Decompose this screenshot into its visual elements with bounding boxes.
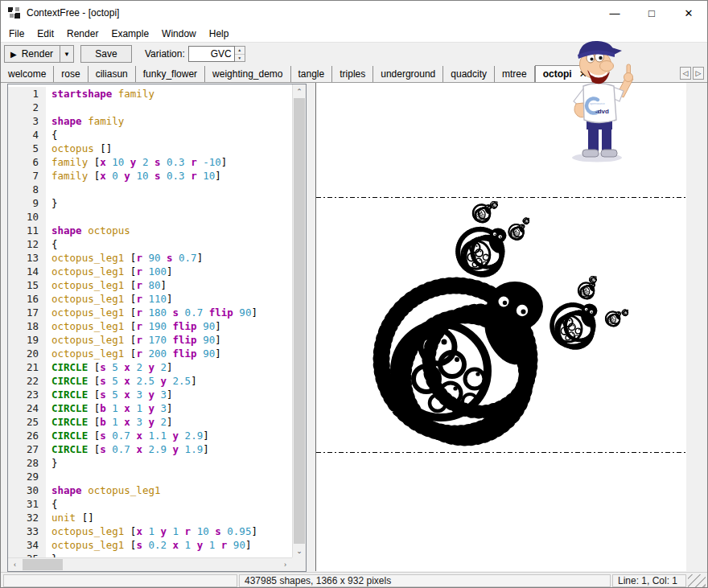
code-text: octopus_leg1 [r 180 s 0.7 flip 90] bbox=[46, 306, 257, 319]
scroll-left-icon[interactable]: ‹ bbox=[8, 558, 22, 571]
close-button[interactable]: ✕ bbox=[670, 1, 707, 25]
menu-item-render[interactable]: Render bbox=[60, 27, 105, 41]
spinner-up-icon[interactable]: ▲ bbox=[235, 47, 245, 55]
variation-label: Variation: bbox=[145, 48, 185, 60]
code-line[interactable]: 9} bbox=[8, 196, 292, 210]
code-line[interactable]: 26CIRCLE [s 0.7 x 1.1 y 2.9] bbox=[8, 429, 292, 442]
code-line[interactable]: 33octopus_leg1 [x 1 y 1 r 10 s 0.95] bbox=[8, 524, 292, 538]
code-line[interactable]: 22CIRCLE [s 5 x 2.5 y 2.5] bbox=[8, 374, 292, 388]
line-number: 27 bbox=[8, 442, 46, 456]
code-line[interactable]: 29 bbox=[8, 470, 292, 483]
window-title: ContextFree - [octopi] bbox=[27, 7, 119, 19]
code-line[interactable]: 1startshape family bbox=[8, 87, 292, 101]
line-number: 18 bbox=[8, 319, 46, 333]
tab-scroll-right-icon[interactable]: ▷ bbox=[693, 67, 704, 80]
resize-grip[interactable] bbox=[688, 574, 706, 587]
code-line[interactable]: 28} bbox=[8, 456, 292, 470]
code-text: CIRCLE [b 1 x 1 y 3] bbox=[46, 401, 173, 415]
code-line[interactable]: 15octopus_leg1 [r 80] bbox=[8, 278, 292, 292]
code-line[interactable]: 27CIRCLE [s 0.7 x 2.9 y 1.9] bbox=[8, 442, 292, 456]
code-line[interactable]: 35} bbox=[8, 552, 292, 557]
code-text: startshape family bbox=[46, 87, 154, 101]
line-number: 2 bbox=[8, 101, 46, 114]
code-text: CIRCLE [s 0.7 x 1.1 y 2.9] bbox=[46, 429, 209, 442]
tab-label: weighting_demo bbox=[212, 68, 282, 80]
tab-item-mtree[interactable]: mtree bbox=[495, 66, 535, 82]
code-line[interactable]: 30shape octopus_leg1 bbox=[8, 483, 292, 497]
code-line[interactable]: 12{ bbox=[8, 237, 292, 251]
vertical-scroll-thumb[interactable] bbox=[294, 98, 305, 544]
line-number: 19 bbox=[8, 333, 46, 347]
render-split-button[interactable]: ▶ Render ▼ bbox=[4, 45, 74, 63]
code-line[interactable]: 23CIRCLE [s 5 x 3 y 3] bbox=[8, 388, 292, 401]
tab-item-rose[interactable]: rose bbox=[54, 66, 88, 82]
line-number: 23 bbox=[8, 388, 46, 401]
tab-label: triples bbox=[340, 68, 365, 80]
tab-item-tangle[interactable]: tangle bbox=[291, 66, 333, 82]
line-number: 21 bbox=[8, 360, 46, 374]
variation-spinner[interactable]: ▲ ▼ bbox=[235, 46, 245, 62]
code-text: shape octopus bbox=[46, 224, 130, 237]
code-line[interactable]: 19octopus_leg1 [r 170 flip 90] bbox=[8, 333, 292, 347]
code-text: unit [] bbox=[46, 511, 94, 524]
menu-item-file[interactable]: File bbox=[2, 27, 31, 41]
tabs: welcomeroseciliasunfunky_flowerweighting… bbox=[1, 65, 595, 82]
code-line[interactable]: 18octopus_leg1 [r 190 flip 90] bbox=[8, 319, 292, 333]
tab-item-triples[interactable]: triples bbox=[332, 66, 373, 82]
save-button[interactable]: Save bbox=[80, 45, 132, 63]
code-text: octopus_leg1 [x 1 y 1 r 10 s 0.95] bbox=[46, 524, 257, 538]
variation-input[interactable]: GVC bbox=[188, 46, 235, 62]
tab-item-ciliasun[interactable]: ciliasun bbox=[88, 66, 136, 82]
code-line[interactable]: 25CIRCLE [b 1 x 3 y 2] bbox=[8, 415, 292, 429]
code-area[interactable]: 1startshape family23shape family4{5octop… bbox=[8, 84, 292, 557]
tab-item-underground[interactable]: underground bbox=[373, 66, 443, 82]
panel-splitter[interactable] bbox=[307, 83, 315, 572]
line-number: 32 bbox=[8, 511, 46, 524]
code-line[interactable]: 13octopus_leg1 [r 90 s 0.7] bbox=[8, 251, 292, 265]
code-text: { bbox=[46, 128, 58, 142]
code-line[interactable]: 21CIRCLE [s 5 x 2 y 2] bbox=[8, 360, 292, 374]
tab-scroll-left-icon[interactable]: ◁ bbox=[680, 67, 691, 80]
spinner-down-icon[interactable]: ▼ bbox=[235, 55, 245, 62]
code-line[interactable]: 10 bbox=[8, 210, 292, 224]
code-line[interactable]: 5octopus [] bbox=[8, 142, 292, 155]
code-line[interactable]: 24CIRCLE [b 1 x 1 y 3] bbox=[8, 401, 292, 415]
code-line[interactable]: 11shape octopus bbox=[8, 224, 292, 237]
code-line[interactable]: 2 bbox=[8, 101, 292, 114]
maximize-button[interactable]: □ bbox=[633, 1, 670, 25]
editor-horizontal-scrollbar[interactable]: ‹ › bbox=[8, 557, 292, 571]
code-line[interactable]: 31{ bbox=[8, 497, 292, 511]
scroll-right-icon[interactable]: › bbox=[278, 558, 292, 571]
tab-item-welcome[interactable]: welcome bbox=[1, 66, 54, 82]
code-line[interactable]: 16octopus_leg1 [r 110] bbox=[8, 292, 292, 306]
menu-item-example[interactable]: Example bbox=[105, 27, 155, 41]
code-line[interactable]: 3shape family bbox=[8, 114, 292, 128]
scroll-up-icon[interactable]: ⌃ bbox=[293, 84, 306, 98]
code-line[interactable]: 4{ bbox=[8, 128, 292, 142]
code-line[interactable]: 8 bbox=[8, 183, 292, 196]
render-button[interactable]: ▶ Render bbox=[5, 46, 60, 62]
menu-item-help[interactable]: Help bbox=[203, 27, 236, 41]
code-line[interactable]: 34octopus_leg1 [s 0.2 x 1 y 1 r 90] bbox=[8, 538, 292, 552]
code-editor[interactable]: 1startshape family23shape family4{5octop… bbox=[7, 84, 307, 572]
editor-vertical-scrollbar[interactable]: ⌃ ⌄ bbox=[292, 84, 306, 557]
line-number: 29 bbox=[8, 470, 46, 483]
menu-item-edit[interactable]: Edit bbox=[31, 27, 60, 41]
code-line[interactable]: 14octopus_leg1 [r 100] bbox=[8, 265, 292, 278]
scroll-down-icon[interactable]: ⌄ bbox=[293, 544, 306, 557]
tab-item-funky_flower[interactable]: funky_flower bbox=[136, 66, 205, 82]
minimize-button[interactable]: — bbox=[596, 1, 633, 25]
code-line[interactable]: 20octopus_leg1 [r 200 flip 90] bbox=[8, 347, 292, 360]
tab-item-weighting_demo[interactable]: weighting_demo bbox=[205, 66, 290, 82]
code-line[interactable]: 6family [x 10 y 2 s 0.3 r -10] bbox=[8, 155, 292, 169]
code-text: shape octopus_leg1 bbox=[46, 483, 160, 497]
horizontal-scroll-thumb[interactable] bbox=[23, 559, 63, 570]
tab-item-quadcity[interactable]: quadcity bbox=[443, 66, 495, 82]
code-line[interactable]: 32unit [] bbox=[8, 511, 292, 524]
menu-item-window[interactable]: Window bbox=[155, 27, 203, 41]
render-dropdown-button[interactable]: ▼ bbox=[60, 46, 73, 62]
code-line[interactable]: 7family [x 0 y 10 s 0.3 r 10] bbox=[8, 169, 292, 183]
tab-label: mtree bbox=[502, 68, 527, 80]
code-line[interactable]: 17octopus_leg1 [r 180 s 0.7 flip 90] bbox=[8, 306, 292, 319]
code-text: CIRCLE [b 1 x 3 y 2] bbox=[46, 415, 173, 429]
